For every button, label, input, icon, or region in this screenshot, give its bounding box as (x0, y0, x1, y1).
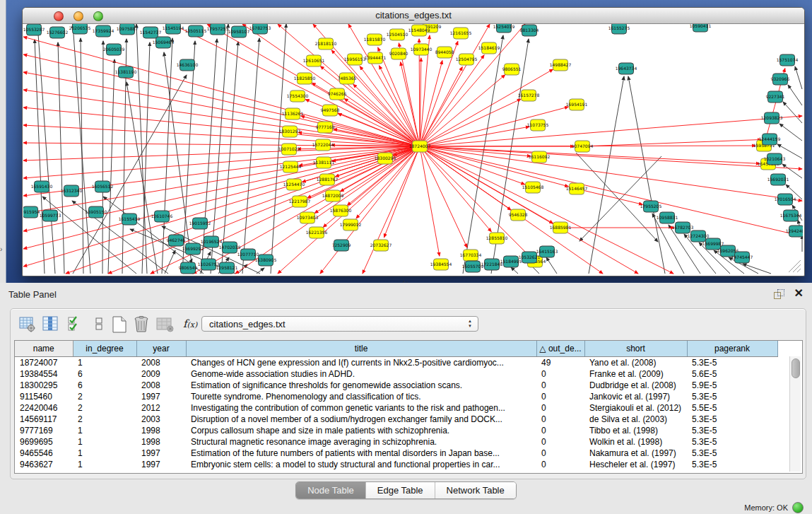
table-cell[interactable]: 1 (73, 436, 136, 448)
table-cell[interactable]: 9463627 (15, 459, 73, 470)
graph-node-yellow[interactable]: 9806551 (502, 64, 522, 75)
table-cell[interactable]: Yano et al. (2008) (584, 357, 687, 369)
graph-node-teal[interactable]: 10590411 (690, 24, 712, 32)
table-cell[interactable]: 5.6E-5 (687, 368, 777, 380)
table-row[interactable]: 911546021997Tourette syndrome. Phenomeno… (15, 391, 777, 402)
table-cell[interactable]: 9699695 (15, 436, 73, 448)
table-row[interactable]: 977716911998Corpus callosum shape and si… (15, 425, 777, 436)
graph-node-teal[interactable]: 15254019 (493, 24, 515, 33)
close-window-icon[interactable] (54, 11, 64, 21)
graph-node-yellow[interactable]: 15105468 (522, 182, 544, 193)
table-cell[interactable]: Tourette syndrome. Phenomenology and cla… (186, 391, 536, 402)
graph-node-yellow[interactable]: 8944058 (435, 47, 454, 58)
table-cell[interactable]: 5.3E-5 (687, 391, 777, 402)
table-settings-icon[interactable] (19, 315, 36, 334)
table-scrollbar[interactable] (789, 356, 801, 472)
table-cell[interactable]: 6 (73, 368, 136, 380)
table-cell[interactable]: 2009 (136, 368, 186, 380)
graph-node-teal[interactable]: 11675344 (780, 210, 802, 221)
collapsed-panel-strip[interactable] (0, 0, 6, 283)
table-row[interactable]: 946554611997Estimation of the future num… (15, 448, 777, 459)
function-builder-icon[interactable]: f(x) (183, 317, 200, 336)
table-cell[interactable]: 5.9E-5 (687, 380, 777, 391)
graph-node-teal[interactable]: 15056512 (92, 181, 114, 192)
table-cell[interactable]: 6 (73, 380, 136, 391)
graph-node-yellow[interactable]: 7485365 (338, 73, 357, 84)
table-cell[interactable]: 2008 (136, 357, 186, 369)
graph-node-yellow[interactable]: 12504510 (387, 29, 408, 40)
table-cell[interactable]: Jankovic et al. (1997) (584, 391, 687, 402)
graph-node-teal[interactable]: 15069464 (153, 37, 175, 48)
graph-node-yellow[interactable]: 11073755 (527, 119, 549, 131)
table-cell[interactable]: 2 (73, 414, 136, 425)
graph-node-yellow[interactable]: 12161655 (450, 28, 472, 39)
network-canvas[interactable]: 1872400721818110126106511182585017554300… (23, 24, 803, 274)
table-row[interactable]: 1456911722003Disruption of a novel membe… (15, 414, 777, 425)
table-cell[interactable]: 0 (536, 402, 584, 414)
graph-node-teal[interactable]: 11381190 (115, 66, 137, 78)
table-cell[interactable]: Tibbo et al. (1998) (584, 425, 687, 436)
table-row[interactable]: 1872400712008Changes of HCN gene express… (15, 357, 777, 369)
table-cell[interactable]: 9115460 (15, 391, 73, 402)
graph-node-teal[interactable]: 9806549 (179, 262, 198, 274)
graph-node-teal[interactable]: 15699292 (182, 243, 204, 255)
table-cell[interactable]: Dudbridge et al. (2008) (584, 380, 687, 391)
delete-table-icon[interactable] (156, 315, 173, 334)
window-titlebar[interactable]: citations_edges.txt (23, 8, 804, 24)
expand-panel-icon[interactable]: › (0, 246, 2, 253)
tab-edge-table[interactable]: Edge Table (365, 482, 435, 498)
column-header-name[interactable]: name (15, 341, 73, 357)
graph-node-teal[interactable]: 20206535 (69, 24, 91, 34)
table-cell[interactable]: 0 (536, 380, 584, 391)
table-cell[interactable]: 1997 (136, 391, 186, 402)
column-header-short[interactable]: short (584, 341, 687, 357)
graph-node-teal[interactable]: 10958831 (657, 212, 678, 223)
graph-node-teal[interactable]: 17955205 (640, 201, 662, 212)
graph-node-yellow[interactable]: 9497568 (321, 105, 340, 116)
graph-node-yellow[interactable]: 10071023 (278, 144, 300, 155)
table-cell[interactable]: 2003 (136, 414, 186, 425)
table-cell[interactable]: 22420046 (15, 402, 73, 414)
table-cell[interactable]: 2 (73, 391, 136, 402)
column-header-year[interactable]: year (136, 341, 186, 357)
table-cell[interactable]: 9777169 (15, 425, 73, 436)
delete-column-icon[interactable] (134, 315, 151, 334)
graph-node-teal[interactable]: 9915954 (23, 206, 40, 218)
graph-node-yellow[interactable]: 15146457 (566, 183, 588, 194)
column-header-out_de[interactable]: △ out_de... (536, 341, 584, 357)
table-cell[interactable]: Franke et al. (2009) (584, 368, 687, 380)
tab-node-table[interactable]: Node Table (296, 482, 365, 498)
table-cell[interactable]: Estimation of the future numbers of pati… (186, 448, 536, 459)
graph-node-yellow[interactable]: 11548049 (408, 25, 430, 36)
table-cell[interactable]: 1 (73, 357, 136, 369)
table-cell[interactable]: Stergiakouli et al. (2012) (584, 402, 687, 414)
table-cell[interactable]: 14569117 (15, 414, 73, 425)
graph-node-yellow[interactable]: 18724007 (409, 141, 431, 152)
graph-node-teal[interactable]: 9462746 (167, 235, 186, 246)
graph-node-yellow[interactable]: 9546328 (509, 209, 528, 221)
table-cell[interactable]: 1 (73, 425, 136, 436)
tab-network-table[interactable]: Network Table (435, 482, 516, 498)
table-cell[interactable]: 0 (536, 436, 584, 448)
graph-node-teal[interactable]: 15312340 (61, 185, 83, 197)
network-file-select[interactable]: citations_edges.txt ▲▼ (201, 316, 478, 332)
scrollbar-thumb[interactable] (792, 358, 800, 378)
table-cell[interactable]: Nakamura et al. (1997) (584, 448, 687, 459)
graph-node-yellow[interactable]: 12610651 (303, 55, 325, 66)
graph-node-teal[interactable]: 15751074 (777, 54, 799, 66)
graph-node-yellow[interactable]: 19384554 (430, 259, 452, 270)
table-cell[interactable]: 0 (536, 391, 584, 402)
table-cell[interactable]: 2 (73, 402, 136, 414)
table-cell[interactable]: Estimation of significance thresholds fo… (186, 380, 536, 391)
column-header-in_degree[interactable]: in_degree (73, 341, 136, 357)
graph-node-yellow[interactable]: 12217987 (289, 196, 311, 207)
graph-node-yellow[interactable]: 16116092 (529, 151, 551, 163)
table-cell[interactable]: 0 (536, 414, 584, 425)
table-cell[interactable]: 0 (536, 448, 584, 459)
graph-node-teal[interactable]: 19643734 (616, 63, 637, 74)
table-cell[interactable]: 5.3E-5 (687, 436, 777, 448)
graph-node-teal[interactable]: 9320966 (771, 74, 790, 85)
table-cell[interactable]: 49 (536, 357, 584, 369)
table-cell[interactable]: 19384554 (15, 368, 73, 380)
table-cell[interactable]: 1998 (136, 425, 186, 436)
